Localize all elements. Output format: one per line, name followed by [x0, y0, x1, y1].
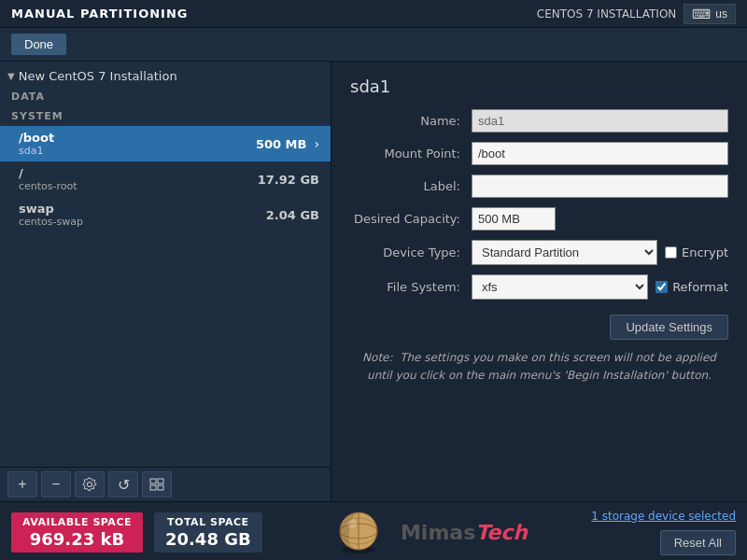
device-type-row: Device Type: Standard Partition LVM LVM … [350, 240, 728, 265]
app-header: MANUAL PARTITIONING CENTOS 7 INSTALLATIO… [0, 0, 747, 28]
partition-item-swap[interactable]: swap centos-swap 2.04 GB [0, 197, 331, 232]
svg-point-10 [347, 519, 357, 528]
partition-device-boot: sda1 [19, 145, 54, 157]
partition-arrow-boot: › [314, 136, 319, 151]
reformat-label[interactable]: Reformat [672, 280, 728, 294]
total-label: TOTAL SPACE [165, 516, 251, 528]
reformat-row: Reformat [655, 280, 728, 294]
keyboard-layout-button[interactable]: ⌨ us [684, 4, 736, 24]
device-type-label: Device Type: [350, 245, 472, 259]
total-space-box: TOTAL SPACE 20.48 GB [154, 512, 262, 553]
app-title: MANUAL PARTITIONING [11, 7, 188, 21]
svg-rect-1 [158, 479, 163, 483]
available-value: 969.23 kB [22, 529, 132, 549]
filesystem-label: File System: [350, 280, 472, 294]
logo-text: MimasTech [401, 521, 528, 544]
left-panel: ▼ New CentOS 7 Installation DATA SYSTEM … [0, 62, 331, 501]
bottom-bar: AVAILABLE SPACE 969.23 kB TOTAL SPACE 20… [0, 501, 747, 560]
filesystem-select[interactable]: xfs ext4 ext3 ext2 vfat swap biosboot [472, 274, 648, 300]
tree-expand-icon: ▼ [7, 71, 15, 81]
configure-icon [82, 477, 97, 492]
partition-list: ▼ New CentOS 7 Installation DATA SYSTEM … [0, 62, 331, 467]
mount-row: Mount Point: [350, 142, 728, 165]
partition-size-boot: 500 MB [256, 137, 307, 151]
capacity-row: Desired Capacity: [350, 207, 728, 231]
available-space-box: AVAILABLE SPACE 969.23 kB [11, 512, 143, 553]
name-input[interactable] [472, 109, 728, 133]
partition-size-root: 17.92 GB [258, 173, 319, 187]
section-system: SYSTEM [0, 106, 331, 126]
update-settings-button[interactable]: Update Settings [610, 315, 728, 340]
header-right: CENTOS 7 INSTALLATION ⌨ us [537, 4, 736, 24]
partition-device-swap: centos-swap [19, 216, 83, 228]
mount-input[interactable] [472, 142, 728, 165]
section-data: DATA [0, 87, 331, 106]
reformat-checkbox[interactable] [655, 281, 668, 293]
label-input[interactable] [472, 175, 728, 198]
available-label: AVAILABLE SPACE [22, 516, 132, 528]
remove-partition-button[interactable]: − [41, 471, 71, 497]
configure-button[interactable] [75, 471, 105, 497]
label-row: Label: [350, 175, 728, 198]
encrypt-label[interactable]: Encrypt [682, 245, 728, 259]
right-panel: sda1 Name: Mount Point: Label: Desired C… [331, 62, 747, 501]
partition-name-root: / [19, 166, 78, 180]
svg-rect-0 [150, 479, 156, 483]
device-type-select[interactable]: Standard Partition LVM LVM Thin Provisio… [472, 240, 657, 265]
refresh-button[interactable]: ↺ [108, 471, 138, 497]
name-label: Name: [350, 114, 472, 128]
partition-name-boot: /boot [19, 131, 54, 145]
svg-rect-3 [158, 485, 163, 490]
add-partition-button[interactable]: + [7, 471, 37, 497]
logo-icon [326, 509, 401, 555]
partition-title: sda1 [350, 77, 728, 96]
main-content: ▼ New CentOS 7 Installation DATA SYSTEM … [0, 62, 747, 501]
capacity-label: Desired Capacity: [350, 212, 472, 226]
partition-item-root[interactable]: / centos-root 17.92 GB [0, 161, 331, 197]
centos-title: CENTOS 7 INSTALLATION [537, 7, 677, 21]
keyboard-icon: ⌨ [692, 7, 711, 21]
partition-device-root: centos-root [19, 180, 78, 192]
partition-size-swap: 2.04 GB [266, 208, 319, 222]
partition-item-boot[interactable]: /boot sda1 500 MB › [0, 126, 331, 161]
encrypt-row: Encrypt [665, 245, 728, 259]
label-label: Label: [350, 179, 472, 193]
name-row: Name: [350, 109, 728, 133]
partition-toolbar: + − ↺ [0, 467, 331, 501]
storage-device-link[interactable]: 1 storage device selected [591, 510, 736, 523]
capacity-input[interactable] [472, 207, 556, 231]
tree-root: ▼ New CentOS 7 Installation [0, 65, 331, 87]
keyboard-label: us [715, 7, 727, 21]
installation-label: New CentOS 7 Installation [19, 69, 177, 83]
note-text: Note: The settings you make on this scre… [350, 349, 728, 385]
mount-label: Mount Point: [350, 147, 472, 161]
total-value: 20.48 GB [165, 529, 251, 549]
reset-all-button[interactable]: Reset All [660, 530, 736, 555]
partition-name-swap: swap [19, 202, 83, 216]
svg-rect-2 [150, 485, 156, 490]
options-button[interactable] [142, 471, 172, 497]
encrypt-checkbox[interactable] [665, 246, 677, 259]
logo-area: MimasTech [274, 509, 581, 555]
options-icon [149, 478, 164, 491]
done-button[interactable]: Done [11, 34, 66, 55]
main-toolbar: Done [0, 28, 747, 62]
filesystem-row: File System: xfs ext4 ext3 ext2 vfat swa… [350, 274, 728, 300]
